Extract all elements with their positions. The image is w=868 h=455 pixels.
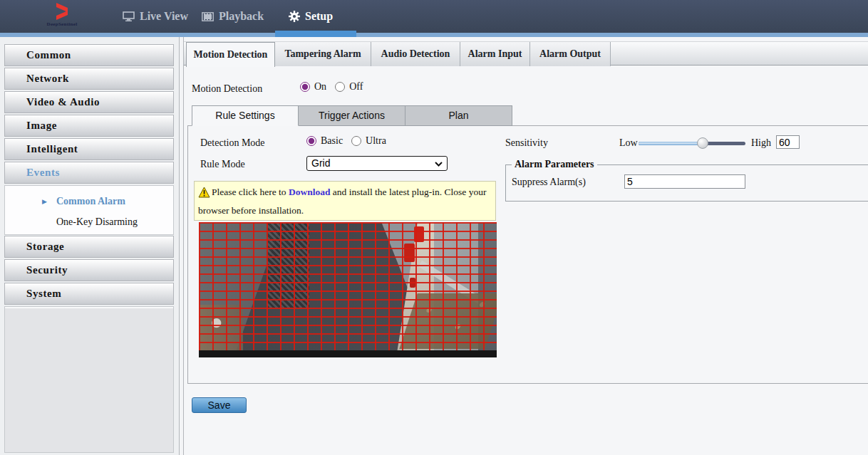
- submenu-arrow-icon: ▶: [42, 198, 47, 205]
- sidebar-item-security[interactable]: Security: [4, 259, 174, 281]
- events-submenu: ▶ Common Alarm One-Key Disarming: [4, 185, 174, 235]
- main-tabstrip: Motion Detection Tampering Alarm Audio D…: [184, 41, 868, 66]
- alarm-parameters-legend: Alarm Parameters: [512, 159, 597, 170]
- suppress-alarm-row: Suppress Alarm(s): [512, 174, 866, 192]
- film-icon: [202, 12, 214, 21]
- sidebar-item-common[interactable]: Common: [4, 44, 174, 66]
- navbar-bottom-strip: [0, 33, 868, 37]
- rule-mode-selected-value: Grid: [311, 157, 330, 169]
- main-content: Motion Detection Tampering Alarm Audio D…: [183, 37, 868, 455]
- chevron-down-icon: [435, 162, 443, 167]
- sensitivity-slider-fill: [639, 142, 703, 145]
- nav-playback-label: Playback: [219, 10, 264, 23]
- nav-setup[interactable]: Setup: [289, 0, 333, 33]
- submenu-one-key-label: One-Key Disarming: [56, 216, 138, 228]
- sidebar-item-system[interactable]: System: [4, 283, 174, 305]
- subtab-bar: Rule Settings Trigger Actions Plan: [192, 105, 512, 126]
- monitor-icon: [123, 11, 135, 21]
- video-letterbox-bar: [199, 350, 497, 357]
- sensitivity-low-label: Low: [619, 137, 638, 149]
- sidebar-item-events[interactable]: Events: [4, 162, 174, 184]
- sensitivity-slider-thumb[interactable]: [697, 137, 708, 149]
- tab-motion-detection[interactable]: Motion Detection: [186, 42, 275, 67]
- motion-on-label[interactable]: On: [314, 81, 326, 93]
- rule-mode-label: Rule Mode: [200, 159, 245, 170]
- subtab-plan[interactable]: Plan: [405, 105, 512, 126]
- tab-tampering-alarm[interactable]: Tampering Alarm: [275, 42, 371, 66]
- sidebar-empty-panel: [4, 306, 174, 453]
- sidebar-item-intelligent[interactable]: Intelligent: [4, 138, 174, 160]
- alarm-parameters-fieldset: Alarm Parameters Suppress Alarm(s): [505, 159, 868, 202]
- ultra-label[interactable]: Ultra: [366, 135, 386, 147]
- video-preview[interactable]: [199, 222, 497, 357]
- brand-s-icon: [51, 1, 73, 21]
- sidebar-item-network[interactable]: Network: [4, 68, 174, 90]
- sensitivity-slider[interactable]: [639, 142, 745, 145]
- submenu-item-common-alarm[interactable]: ▶ Common Alarm: [5, 196, 173, 210]
- notice-text-before: Please click here to: [212, 187, 289, 197]
- basic-label[interactable]: Basic: [321, 135, 343, 147]
- sidebar: Common Network Video & Audio Image Intel…: [0, 37, 180, 455]
- suppress-alarm-label: Suppress Alarm(s): [512, 177, 586, 188]
- sidebar-item-storage[interactable]: Storage: [4, 236, 174, 258]
- download-link[interactable]: Download: [289, 187, 331, 197]
- sensitivity-label: Sensitivity: [505, 137, 548, 149]
- motion-grid-overlay[interactable]: [199, 222, 497, 350]
- nav-playback[interactable]: Playback: [202, 0, 264, 33]
- motion-on-radio[interactable]: [300, 82, 310, 92]
- sidebar-item-video-audio[interactable]: Video & Audio: [4, 91, 174, 113]
- ultra-radio[interactable]: [351, 136, 361, 146]
- nav-live-view[interactable]: Live View: [123, 0, 188, 33]
- nav-live-view-label: Live View: [140, 10, 188, 23]
- subtab-trigger-actions[interactable]: Trigger Actions: [299, 105, 405, 126]
- rule-mode-select[interactable]: Grid: [306, 156, 448, 171]
- setup-active-underline: [275, 31, 356, 37]
- suppress-alarm-input[interactable]: [624, 174, 745, 189]
- sidebar-item-image[interactable]: Image: [4, 115, 174, 137]
- motion-detection-radio-group: On Off: [300, 81, 368, 93]
- sensitivity-value-input[interactable]: [776, 135, 800, 149]
- nav-setup-label: Setup: [305, 10, 333, 23]
- warning-icon: [198, 187, 210, 198]
- plugin-notice: Please click here to Download and instal…: [194, 181, 496, 221]
- tab-alarm-input[interactable]: Alarm Input: [460, 42, 530, 66]
- gear-icon: [289, 11, 300, 22]
- detection-mode-label: Detection Mode: [200, 137, 265, 149]
- submenu-item-one-key-disarming[interactable]: One-Key Disarming: [5, 216, 173, 231]
- top-navbar: DeepSentinel Live View Playback: [0, 0, 868, 33]
- sensitivity-high-label: High: [751, 137, 771, 149]
- submenu-common-alarm-label: Common Alarm: [56, 196, 125, 207]
- brand-logo: DeepSentinel: [37, 1, 87, 27]
- tab-audio-detection[interactable]: Audio Detection: [371, 42, 460, 66]
- brand-name: DeepSentinel: [37, 21, 87, 27]
- motion-off-radio[interactable]: [335, 82, 345, 92]
- motion-detection-label: Motion Detection: [192, 83, 262, 95]
- tab-alarm-output[interactable]: Alarm Output: [530, 42, 611, 66]
- subtab-rule-settings[interactable]: Rule Settings: [192, 105, 299, 126]
- detection-mode-radio-group: Basic Ultra: [306, 135, 392, 147]
- motion-off-label[interactable]: Off: [349, 81, 363, 93]
- save-button[interactable]: Save: [192, 397, 247, 413]
- basic-radio[interactable]: [306, 136, 316, 146]
